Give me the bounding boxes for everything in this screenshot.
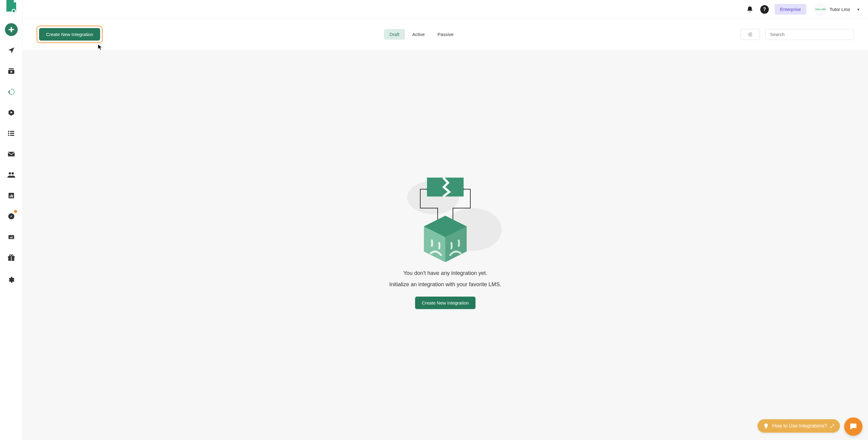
empty-create-button[interactable]: Create New Integration: [415, 296, 475, 309]
svg-rect-16: [12, 195, 13, 197]
account-logo-text: Tutor LMS: [815, 8, 826, 10]
sidebar-item-mail[interactable]: [5, 148, 18, 160]
svg-point-1: [12, 10, 14, 12]
svg-rect-5: [10, 131, 14, 132]
sidebar-item-send[interactable]: [5, 44, 18, 57]
logo[interactable]: [5, 2, 18, 15]
users-icon: [7, 170, 16, 179]
sidebar-item-users[interactable]: [5, 168, 18, 181]
svg-rect-10: [8, 152, 14, 156]
compass-icon: [8, 213, 15, 220]
hex-star-icon: [8, 109, 15, 116]
empty-state-line2: Initialize an integration with your favo…: [389, 280, 501, 289]
svg-rect-7: [10, 133, 14, 134]
sidebar-item-add[interactable]: [5, 23, 18, 36]
sidebar-item-list[interactable]: [5, 127, 18, 140]
list-icon: [7, 129, 15, 137]
svg-point-26: [750, 33, 751, 34]
account-name: Tutor Lms: [830, 7, 850, 12]
integration-gear-icon: [8, 88, 15, 95]
gear-icon: [7, 276, 15, 284]
gift-icon: [7, 254, 15, 262]
create-new-integration-button[interactable]: Create New Integration: [39, 28, 100, 40]
certificate-logo-icon: [5, 0, 18, 14]
help-pill-label: How to Use Integrations?: [772, 423, 827, 429]
account-avatar: Tutor LMS: [814, 3, 827, 15]
sidebar-item-settings[interactable]: [5, 273, 18, 286]
chat-fab[interactable]: [844, 417, 863, 436]
question-mark-icon: ?: [760, 5, 769, 14]
toolbar: Create New Integration Draft Active Pass…: [23, 19, 868, 50]
status-tabs: Draft Active Passive: [384, 29, 459, 40]
notifications-button[interactable]: [745, 5, 754, 14]
sidebar: ad: [0, 0, 23, 440]
svg-point-11: [8, 172, 11, 175]
chat-bubble-icon: [849, 422, 858, 431]
sliders-icon: [747, 32, 753, 37]
svg-point-8: [8, 134, 9, 136]
sidebar-item-badge[interactable]: [5, 106, 18, 119]
svg-text:ad: ad: [10, 236, 13, 239]
svg-point-6: [8, 133, 9, 134]
help-pill[interactable]: How to Use Integrations?: [757, 419, 840, 433]
lightbulb-icon: [763, 423, 769, 429]
sidebar-item-credentials[interactable]: [5, 65, 18, 77]
svg-point-12: [11, 172, 13, 175]
tab-active[interactable]: Active: [407, 29, 430, 40]
content-area: You don't have any integration yet. Init…: [23, 50, 868, 440]
bar-chart-icon: [8, 192, 15, 199]
sidebar-item-analytics[interactable]: [5, 189, 18, 202]
svg-rect-14: [10, 196, 11, 197]
sidebar-item-integrations[interactable]: [5, 86, 18, 98]
svg-point-23: [9, 255, 11, 256]
topbar: ? Enterprise Tutor LMS Tutor Lms ▼: [23, 0, 868, 19]
main: ? Enterprise Tutor LMS Tutor Lms ▼ Creat…: [23, 0, 868, 440]
ad-icon: ad: [8, 234, 14, 241]
empty-box-illustration: [387, 168, 503, 266]
location-arrow-icon: [7, 46, 15, 54]
svg-rect-2: [9, 68, 14, 69]
help-button[interactable]: ?: [760, 5, 769, 14]
tab-draft[interactable]: Draft: [384, 29, 405, 40]
envelope-icon: [7, 150, 15, 158]
svg-rect-9: [10, 135, 14, 136]
bell-icon: [746, 6, 753, 13]
svg-point-4: [8, 131, 9, 132]
enterprise-button[interactable]: Enterprise: [775, 4, 806, 14]
empty-state: You don't have any integration yet. Init…: [387, 168, 503, 309]
sidebar-item-gift[interactable]: [5, 251, 18, 264]
create-button-highlight: Create New Integration: [37, 26, 102, 43]
chevron-down-icon: ▼: [857, 8, 860, 11]
svg-point-24: [11, 255, 13, 256]
account-menu[interactable]: Tutor LMS Tutor Lms ▼: [812, 3, 860, 15]
sidebar-item-ad[interactable]: ad: [5, 231, 18, 244]
sidebar-item-explore[interactable]: [5, 210, 18, 223]
search-input[interactable]: [766, 29, 854, 40]
empty-state-line1: You don't have any integration yet.: [403, 269, 488, 277]
svg-rect-36: [766, 428, 767, 429]
svg-point-28: [749, 34, 750, 35]
stack-star-icon: [8, 67, 15, 75]
svg-point-30: [750, 35, 751, 36]
tab-passive[interactable]: Passive: [432, 29, 459, 40]
filter-button[interactable]: [740, 29, 760, 40]
svg-rect-15: [11, 194, 12, 197]
svg-rect-22: [11, 256, 11, 261]
expand-icon: [830, 424, 834, 428]
plus-icon: [8, 26, 15, 33]
